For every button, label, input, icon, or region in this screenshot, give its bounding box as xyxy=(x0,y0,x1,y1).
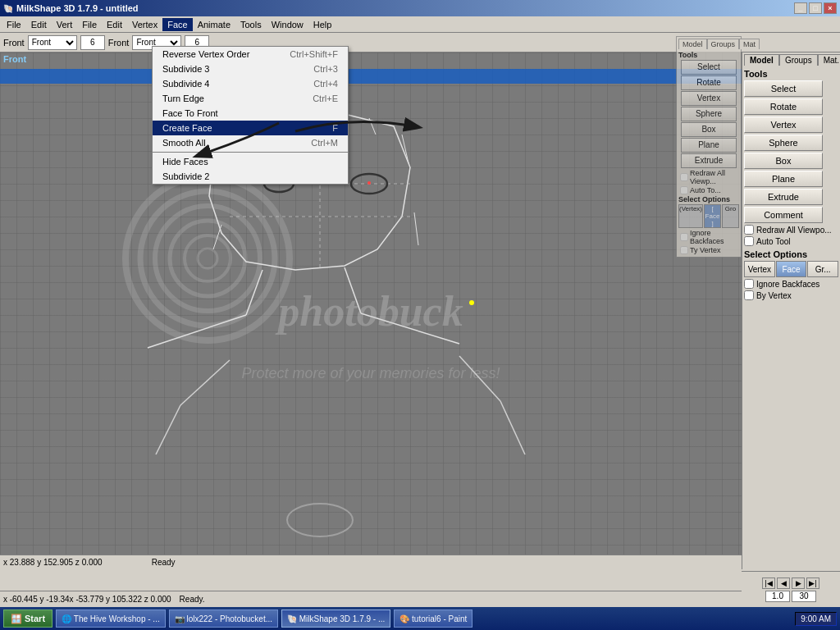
menu-separator xyxy=(153,152,348,153)
panel-tabs: Model Groups Mat... xyxy=(744,54,838,66)
redraw-checkbox[interactable] xyxy=(744,225,754,235)
menu-subdivide4[interactable]: Subdivide 4 Ctrl+4 xyxy=(153,76,348,91)
frame-value2[interactable] xyxy=(792,591,816,602)
right-panel: Model Groups Mat... Tools Select Rotate … xyxy=(742,52,840,569)
sel-vertex-button[interactable]: Vertex xyxy=(744,261,775,277)
menu-item-label: Smooth All xyxy=(162,138,206,148)
comment-button[interactable]: Comment xyxy=(744,207,823,223)
close-button[interactable]: × xyxy=(824,2,837,14)
minimize-button[interactable]: _ xyxy=(794,2,807,14)
menu-item-shortcut: Ctrl+E xyxy=(313,94,338,103)
menu-item-label: Turn Edge xyxy=(162,94,204,103)
taskbar-item-1[interactable]: 🌐 The Hive Workshop - ... xyxy=(56,609,166,628)
view1-label: Front xyxy=(3,38,25,48)
tab-model[interactable]: Model xyxy=(744,54,779,66)
select-button[interactable]: Select xyxy=(744,80,823,97)
taskbar-label-3: MilkShape 3D 1.7.9 - ... xyxy=(299,614,386,623)
ignore-backfaces-checkbox[interactable] xyxy=(744,279,754,289)
menubar: File Edit Vert File Edit Vertex Face Ani… xyxy=(0,16,840,33)
menu-vert[interactable]: Vert xyxy=(52,18,78,31)
maximize-button[interactable]: □ xyxy=(809,2,822,14)
nav-prev[interactable]: ◀ xyxy=(777,578,790,589)
menu-window[interactable]: Window xyxy=(267,18,308,31)
vertex-button[interactable]: Vertex xyxy=(744,116,823,133)
menu-item-label: Create Face xyxy=(162,123,212,133)
viewport[interactable]: Front xyxy=(0,52,742,569)
sel-face-button[interactable]: Face xyxy=(776,261,807,277)
app-icon: 🐚 xyxy=(3,4,13,13)
menu-edit2[interactable]: Edit xyxy=(102,18,127,31)
menu-reverse-vertex[interactable]: Reverse Vertex Order Ctrl+Shift+F xyxy=(153,47,348,62)
menu-animate[interactable]: Animate xyxy=(193,18,235,31)
start-label: Start xyxy=(25,614,45,623)
nav-prev-prev[interactable]: |◀ xyxy=(762,578,775,589)
taskbar-icon-3: 🐚 xyxy=(287,614,297,623)
select-options-title: Select Options xyxy=(744,249,838,259)
menu-face-to-front[interactable]: Face To Front xyxy=(153,106,348,121)
autotool-label: Auto Tool xyxy=(756,237,791,246)
bottom-status-text: Ready. xyxy=(180,595,205,604)
sphere-button[interactable]: Sphere xyxy=(744,135,823,151)
menu-subdivide2[interactable]: Subdivide 2 xyxy=(153,169,348,184)
bg-redraw-chk: Redraw All Viewp... xyxy=(680,169,737,185)
menu-file2[interactable]: File xyxy=(77,18,102,31)
plane-button[interactable]: Plane xyxy=(744,171,823,187)
rotate-button[interactable]: Rotate xyxy=(744,98,823,115)
box-button[interactable]: Box xyxy=(744,153,823,169)
redraw-checkbox-container: Redraw All Viewpo... xyxy=(744,225,838,235)
view2-label: Front xyxy=(108,38,130,48)
taskbar-item-3[interactable]: 🐚 MilkShape 3D 1.7.9 - ... xyxy=(281,609,390,628)
window-controls[interactable]: _ □ × xyxy=(794,2,837,14)
bg-box-btn: Box xyxy=(681,122,737,137)
viewport-header-bar xyxy=(0,69,742,84)
menu-item-label: Subdivide 3 xyxy=(162,64,210,74)
select-options-buttons: Vertex Face Gr... xyxy=(744,261,838,277)
menu-subdivide3[interactable]: Subdivide 3 Ctrl+3 xyxy=(153,62,348,76)
menu-turn-edge[interactable]: Turn Edge Ctrl+E xyxy=(153,91,348,106)
taskbar-item-4[interactable]: 🎨 tutorial6 - Paint xyxy=(394,609,472,628)
background-panel: Model Groups Mat Tools Select Rotate Ver… xyxy=(676,36,742,258)
tab-mat[interactable]: Mat... xyxy=(818,54,840,66)
extrude-button[interactable]: Extrude xyxy=(744,189,823,205)
autotool-checkbox[interactable] xyxy=(744,236,754,246)
bg-vertex-btn: Vertex xyxy=(681,91,737,106)
menu-vertex[interactable]: Vertex xyxy=(127,18,162,31)
menu-item-label: Subdivide 4 xyxy=(162,79,210,89)
inner-status: Ready xyxy=(152,558,176,567)
menu-edit1[interactable]: Edit xyxy=(26,18,52,31)
ignore-backfaces-label: Ignore Backfaces xyxy=(756,280,819,289)
menu-file1[interactable]: File xyxy=(2,18,26,31)
menu-hide-faces[interactable]: Hide Faces xyxy=(153,154,348,169)
sel-group-button[interactable]: Gr... xyxy=(807,261,838,277)
bg-plane-btn: Plane xyxy=(681,138,737,153)
bg-sphere-btn: Sphere xyxy=(681,107,737,121)
menu-item-label: Subdivide 2 xyxy=(162,171,210,181)
frame-value1[interactable] xyxy=(765,591,790,602)
nav-next-next[interactable]: ▶| xyxy=(806,578,819,589)
bottom-statusbar: x -60.445 y -19.34x -53.779 y 105.322 z … xyxy=(0,591,742,607)
menu-item-shortcut: Ctrl+Shift+F xyxy=(290,49,338,59)
menu-smooth-all[interactable]: Smooth All Ctrl+M xyxy=(153,135,348,150)
menu-face[interactable]: Face xyxy=(162,18,192,31)
by-vertex-container: By Vertex xyxy=(744,290,838,300)
taskbar-item-2[interactable]: 📷 lolx222 - Photobucket... xyxy=(169,609,278,628)
redraw-label: Redraw All Viewpo... xyxy=(756,226,832,235)
bottom-coord: x -60.445 y -19.34x -53.779 y 105.322 z … xyxy=(3,595,171,604)
view1-select[interactable]: Front xyxy=(28,35,77,50)
menu-help[interactable]: Help xyxy=(308,18,337,31)
tab-groups[interactable]: Groups xyxy=(779,54,818,66)
nav-controls: |◀ ◀ ▶ ▶| xyxy=(762,578,819,589)
face-dropdown-menu: Reverse Vertex Order Ctrl+Shift+F Subdiv… xyxy=(152,46,349,185)
menu-item-shortcut: Ctrl+M xyxy=(311,138,338,148)
start-button[interactable]: 🪟 Start xyxy=(3,609,52,628)
view1-number[interactable] xyxy=(80,35,105,50)
bg-rotate-btn: Rotate xyxy=(681,75,737,90)
taskbar-label-4: tutorial6 - Paint xyxy=(412,614,467,623)
inner-statusbar: x 23.888 y 152.905 z 0.000 Ready xyxy=(0,555,742,569)
by-vertex-checkbox[interactable] xyxy=(744,290,754,300)
nav-next[interactable]: ▶ xyxy=(792,578,805,589)
viewport-label: Front xyxy=(3,54,26,64)
menu-create-face[interactable]: Create Face F xyxy=(153,121,348,135)
start-icon: 🪟 xyxy=(11,614,22,624)
menu-tools[interactable]: Tools xyxy=(235,18,267,31)
